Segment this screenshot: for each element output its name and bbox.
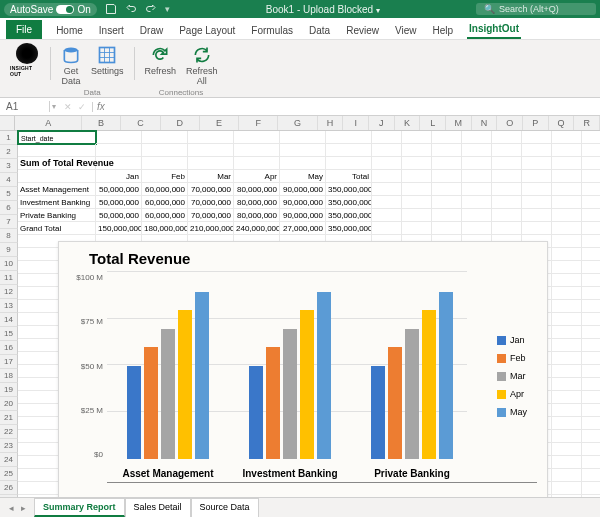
- cell[interactable]: [372, 196, 402, 209]
- column-header[interactable]: P: [523, 116, 549, 130]
- ribbon-tab-view[interactable]: View: [393, 21, 419, 39]
- cell[interactable]: [582, 430, 600, 443]
- cell[interactable]: [582, 300, 600, 313]
- select-all-corner[interactable]: [0, 116, 15, 130]
- row-header[interactable]: 14: [0, 313, 18, 327]
- cell[interactable]: 180,000,000: [142, 222, 188, 235]
- cell[interactable]: [552, 456, 582, 469]
- cell[interactable]: [142, 144, 188, 157]
- qat-dropdown-icon[interactable]: ▾: [165, 4, 170, 14]
- cell[interactable]: Apr: [234, 170, 280, 183]
- cell[interactable]: [492, 183, 522, 196]
- fx-icon[interactable]: fx: [93, 101, 109, 112]
- column-header[interactable]: B: [82, 116, 121, 130]
- row-header[interactable]: 23: [0, 439, 18, 453]
- cell[interactable]: [402, 131, 432, 144]
- cell[interactable]: [582, 404, 600, 417]
- ribbon-tab-insert[interactable]: Insert: [97, 21, 126, 39]
- row-header[interactable]: 12: [0, 285, 18, 299]
- cell[interactable]: [326, 157, 372, 170]
- row-header[interactable]: 10: [0, 257, 18, 271]
- column-header[interactable]: C: [121, 116, 160, 130]
- cell[interactable]: [582, 378, 600, 391]
- cell[interactable]: [432, 196, 462, 209]
- cell[interactable]: [552, 183, 582, 196]
- row-header[interactable]: 21: [0, 411, 18, 425]
- column-header[interactable]: A: [15, 116, 82, 130]
- cell[interactable]: [18, 144, 96, 157]
- cell[interactable]: 50,000,000: [96, 183, 142, 196]
- column-header[interactable]: M: [446, 116, 472, 130]
- cell[interactable]: Investment Banking: [18, 196, 96, 209]
- cell[interactable]: Sum of Total Revenue: [18, 157, 96, 170]
- cell[interactable]: [582, 326, 600, 339]
- cell[interactable]: [522, 131, 552, 144]
- cell[interactable]: [582, 287, 600, 300]
- cell[interactable]: 150,000,000: [96, 222, 142, 235]
- cell[interactable]: [462, 170, 492, 183]
- cell[interactable]: [582, 365, 600, 378]
- cell[interactable]: 350,000,000: [326, 209, 372, 222]
- sheet-tab[interactable]: Summary Report: [34, 498, 125, 517]
- row-header[interactable]: 13: [0, 299, 18, 313]
- cell[interactable]: 50,000,000: [96, 196, 142, 209]
- cell[interactable]: [234, 144, 280, 157]
- cell[interactable]: [432, 209, 462, 222]
- sheet-tab[interactable]: Sales Detail: [125, 498, 191, 517]
- cell[interactable]: [402, 196, 432, 209]
- cell[interactable]: Start_date: [18, 131, 96, 144]
- cell[interactable]: [492, 222, 522, 235]
- cell[interactable]: [188, 144, 234, 157]
- refresh-button[interactable]: Refresh: [141, 43, 181, 78]
- cell[interactable]: [402, 144, 432, 157]
- cell[interactable]: [492, 157, 522, 170]
- save-icon[interactable]: [105, 3, 117, 15]
- cell[interactable]: [552, 365, 582, 378]
- cell[interactable]: [552, 443, 582, 456]
- cell[interactable]: Private Banking: [18, 209, 96, 222]
- cell[interactable]: [582, 222, 600, 235]
- cell[interactable]: [552, 391, 582, 404]
- row-header[interactable]: 22: [0, 425, 18, 439]
- undo-icon[interactable]: [125, 3, 137, 15]
- cell[interactable]: [582, 391, 600, 404]
- cell[interactable]: [326, 144, 372, 157]
- cell[interactable]: [280, 157, 326, 170]
- cell[interactable]: [552, 352, 582, 365]
- cell[interactable]: [432, 170, 462, 183]
- search-input[interactable]: 🔍 Search (Alt+Q): [476, 3, 596, 15]
- cell[interactable]: [552, 287, 582, 300]
- cell[interactable]: 210,000,000: [188, 222, 234, 235]
- cell[interactable]: [522, 209, 552, 222]
- cell[interactable]: [432, 131, 462, 144]
- cell[interactable]: [462, 209, 492, 222]
- cell[interactable]: [462, 183, 492, 196]
- cell[interactable]: [462, 222, 492, 235]
- column-header[interactable]: D: [161, 116, 200, 130]
- cell[interactable]: 70,000,000: [188, 209, 234, 222]
- cell[interactable]: [582, 196, 600, 209]
- cell[interactable]: [582, 339, 600, 352]
- cell[interactable]: Asset Management: [18, 183, 96, 196]
- cell[interactable]: [582, 144, 600, 157]
- row-header[interactable]: 2: [0, 145, 18, 159]
- get-data-button[interactable]: Get Data: [57, 43, 85, 88]
- column-header[interactable]: L: [420, 116, 446, 130]
- cell[interactable]: [142, 131, 188, 144]
- redo-icon[interactable]: [145, 3, 157, 15]
- cell[interactable]: [142, 157, 188, 170]
- cell[interactable]: [582, 352, 600, 365]
- cell[interactable]: [372, 222, 402, 235]
- cell[interactable]: [432, 144, 462, 157]
- cell[interactable]: [402, 222, 432, 235]
- cell[interactable]: [432, 183, 462, 196]
- refresh-all-button[interactable]: Refresh All: [182, 43, 222, 88]
- column-header[interactable]: N: [472, 116, 498, 130]
- cell[interactable]: [582, 235, 600, 248]
- ribbon-tab-file[interactable]: File: [6, 20, 42, 39]
- cell[interactable]: [552, 482, 582, 495]
- cell[interactable]: [372, 144, 402, 157]
- cell[interactable]: [522, 196, 552, 209]
- cell[interactable]: [492, 170, 522, 183]
- cell[interactable]: 80,000,000: [234, 209, 280, 222]
